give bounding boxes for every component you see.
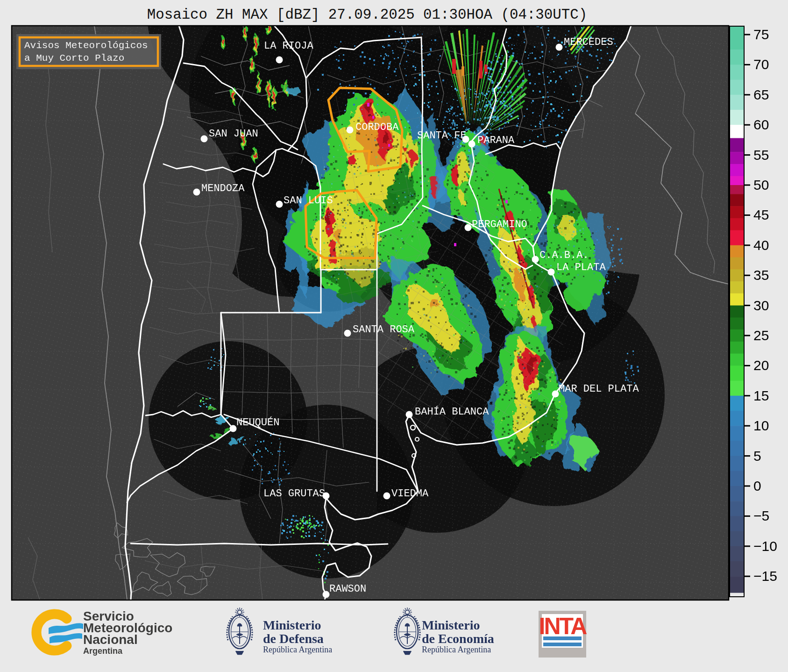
svg-text:Avisos Meteorológicos: Avisos Meteorológicos [24,40,148,51]
svg-text:−10: −10 [753,538,777,554]
svg-text:VIEDMA: VIEDMA [391,488,429,500]
svg-text:35: 35 [753,267,769,283]
svg-text:República Argentina: República Argentina [422,645,491,654]
svg-text:Mosaico ZH MAX [dBZ] 27.09.202: Mosaico ZH MAX [dBZ] 27.09.2025 01:30HOA… [147,7,588,23]
svg-text:45: 45 [753,207,769,222]
svg-text:BAHÍA BLANCA: BAHÍA BLANCA [415,406,489,418]
svg-text:LAS GRUTAS: LAS GRUTAS [263,488,325,500]
svg-text:SANTA FE: SANTA FE [417,130,467,142]
svg-text:20: 20 [753,357,769,373]
svg-text:0: 0 [753,478,761,493]
svg-text:PARANA: PARANA [477,135,515,146]
svg-text:LA PLATA: LA PLATA [556,262,606,273]
svg-text:LA RIOJA: LA RIOJA [264,40,313,52]
svg-text:SAN LUIS: SAN LUIS [284,195,333,207]
svg-text:MERCEDES: MERCEDES [564,36,613,48]
svg-text:Nacional: Nacional [83,632,138,647]
svg-text:a Muy Corto Plazo: a Muy Corto Plazo [24,53,124,64]
svg-text:40: 40 [753,237,769,253]
svg-text:65: 65 [753,87,769,102]
svg-text:PERGAMINO: PERGAMINO [472,219,527,230]
svg-text:SAN JUAN: SAN JUAN [209,128,258,140]
svg-text:−15: −15 [753,568,777,584]
svg-text:60: 60 [753,117,769,132]
svg-text:10: 10 [753,418,769,433]
svg-text:Ministerio: Ministerio [422,618,480,632]
svg-text:MENDOZA: MENDOZA [201,183,245,194]
svg-text:CORDOBA: CORDOBA [355,122,399,133]
svg-text:MAR DEL PLATA: MAR DEL PLATA [559,383,639,395]
svg-text:Ministerio: Ministerio [263,618,321,632]
svg-text:75: 75 [753,27,769,42]
svg-text:5: 5 [753,448,761,464]
svg-text:República Argentina: República Argentina [263,645,332,654]
svg-text:25: 25 [753,328,769,343]
svg-text:50: 50 [753,177,769,193]
svg-text:C.A.B.A.: C.A.B.A. [540,250,589,261]
svg-text:55: 55 [753,147,769,163]
svg-text:de Defensa: de Defensa [263,631,324,646]
svg-text:70: 70 [753,57,769,72]
svg-text:30: 30 [753,298,769,313]
svg-text:de Economía: de Economía [422,631,494,646]
svg-text:SANTA ROSA: SANTA ROSA [353,324,415,336]
svg-text:−5: −5 [753,508,769,523]
svg-text:NEUQUÉN: NEUQUÉN [236,416,279,429]
svg-text:INTA: INTA [539,613,587,639]
svg-text:Argentina: Argentina [83,646,123,656]
svg-text:15: 15 [753,388,769,403]
svg-text:RAWSON: RAWSON [329,583,366,595]
